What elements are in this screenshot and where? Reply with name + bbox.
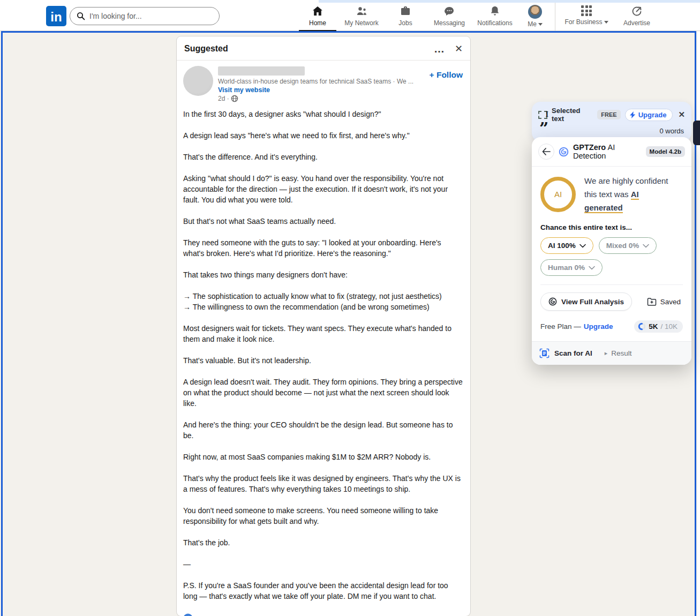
post-paragraph: — bbox=[183, 559, 464, 569]
post-dismiss-icon[interactable]: ✕ bbox=[455, 44, 463, 54]
text-selection-icon bbox=[538, 111, 547, 119]
panel-close-icon[interactable]: ✕ bbox=[678, 110, 685, 119]
folder-plus-icon bbox=[647, 298, 657, 306]
author-name-redacted[interactable] bbox=[218, 66, 305, 76]
panel-title: GPTZero AI Detection bbox=[573, 143, 641, 160]
primary-nav: Home My Network Jobs Messaging Notificat… bbox=[296, 0, 659, 31]
follow-button[interactable]: + Follow bbox=[430, 70, 463, 80]
briefcase-icon bbox=[399, 5, 412, 18]
nav-label: My Network bbox=[344, 19, 378, 27]
saved-button[interactable]: Saved bbox=[647, 298, 683, 306]
selected-text-label: Selected text bbox=[552, 107, 593, 123]
human-probability-pill[interactable]: Human 0% bbox=[540, 259, 603, 276]
chevron-down-icon bbox=[643, 244, 649, 248]
nav-item-advertise[interactable]: Advertise bbox=[614, 0, 659, 31]
result-toggle[interactable]: ▸ Result bbox=[605, 349, 632, 357]
post-paragraph: But that's not what SaaS teams actually … bbox=[183, 216, 464, 227]
nav-item-messaging[interactable]: Messaging bbox=[427, 0, 471, 31]
nav-item-home[interactable]: Home bbox=[296, 0, 340, 31]
post-paragraph: That takes two things many designers don… bbox=[183, 269, 464, 280]
chevron-down-icon bbox=[604, 21, 608, 24]
search-input[interactable] bbox=[89, 12, 197, 20]
ai-detection-result-card: GPTZero AI Detection Model 4.2b AI We ar… bbox=[532, 137, 691, 365]
post-paragraph: And here's the thing: your CEO shouldn't… bbox=[183, 419, 464, 441]
search-bar[interactable] bbox=[70, 7, 220, 25]
word-count: 0 words bbox=[659, 127, 684, 135]
nav-divider bbox=[555, 0, 555, 31]
ai-probability-pill[interactable]: AI 100% bbox=[540, 237, 593, 254]
nav-label: For Business bbox=[564, 18, 602, 26]
post-paragraph: Asking "what should I do?" is easy. You … bbox=[183, 173, 464, 205]
mixed-probability-pill[interactable]: Mixed 0% bbox=[599, 237, 657, 254]
scan-for-ai-icon bbox=[539, 348, 550, 358]
linkedin-logo[interactable]: in bbox=[46, 6, 66, 26]
globe-icon bbox=[231, 95, 238, 102]
post-paragraph: That's why the product feels like it was… bbox=[183, 473, 464, 494]
extension-side-tab[interactable] bbox=[693, 121, 700, 145]
search-icon bbox=[77, 12, 85, 20]
reaction-count[interactable]: 6 bbox=[195, 614, 199, 616]
usage-donut-icon bbox=[638, 322, 646, 330]
suggested-post-card: Suggested … ✕ World-class in-house desig… bbox=[177, 36, 470, 616]
author-avatar[interactable] bbox=[183, 66, 213, 96]
nav-item-jobs[interactable]: Jobs bbox=[383, 0, 427, 31]
lightning-icon bbox=[630, 111, 636, 118]
comment-count[interactable]: 4 comments bbox=[425, 614, 463, 616]
post-paragraph: They need someone with the guts to say: … bbox=[183, 237, 464, 259]
chevron-down-icon bbox=[538, 23, 543, 26]
author-headline: World-class in-house design teams for te… bbox=[218, 78, 413, 85]
post-text: In the first 30 days, a designer asks "w… bbox=[177, 104, 470, 602]
model-version-badge: Model 4.2b bbox=[646, 146, 685, 157]
social-counts-row: 6 4 comments bbox=[177, 612, 470, 616]
nav-item-my-network[interactable]: My Network bbox=[340, 0, 383, 31]
nav-label: Advertise bbox=[623, 19, 650, 27]
back-button[interactable] bbox=[538, 144, 554, 160]
nav-label: Home bbox=[309, 19, 326, 27]
panel-footer: Scan for AI ▸ Result bbox=[532, 341, 691, 365]
verdict-text: We are highly confident this text was AI… bbox=[584, 174, 679, 214]
result-label: Result bbox=[611, 349, 631, 357]
analysis-icon bbox=[548, 297, 557, 306]
chance-label: Chance this entire text is... bbox=[540, 223, 683, 231]
plan-label: Free Plan — bbox=[540, 322, 581, 330]
nav-item-me[interactable]: Me bbox=[518, 0, 552, 31]
card-title: Suggested bbox=[184, 44, 424, 54]
upgrade-button[interactable]: Upgrade bbox=[625, 109, 673, 121]
nav-label: Messaging bbox=[434, 19, 465, 27]
ai-score-ring: AI bbox=[540, 177, 576, 212]
nav-label: Notifications bbox=[477, 19, 512, 27]
probability-pills: AI 100% Mixed 0% Human 0% bbox=[540, 237, 669, 276]
post-paragraph: You don't need someone to make screens. … bbox=[183, 505, 464, 527]
usage-current: 5K bbox=[649, 322, 658, 330]
browser-top-strip bbox=[319, 0, 700, 3]
bell-icon bbox=[488, 5, 501, 18]
plan-upgrade-link[interactable]: Upgrade bbox=[584, 322, 613, 330]
divider bbox=[540, 284, 683, 285]
top-navigation-bar: in Home My Network Jobs bbox=[0, 0, 700, 31]
nav-item-for-business[interactable]: For Business bbox=[559, 0, 614, 31]
post-author-block: World-class in-house design teams for te… bbox=[177, 61, 470, 104]
post-paragraph: Most designers wait for tickets. They wa… bbox=[183, 323, 464, 344]
chat-bubble-icon bbox=[443, 5, 456, 18]
visit-website-link[interactable]: Visit my website bbox=[218, 86, 413, 94]
post-paragraph: That's the job. bbox=[183, 537, 464, 548]
like-reaction-icon[interactable] bbox=[183, 613, 193, 616]
caret-right-icon: ▸ bbox=[605, 350, 608, 357]
scan-for-ai-button[interactable]: Scan for AI bbox=[554, 349, 592, 357]
nav-item-notifications[interactable]: Notifications bbox=[471, 0, 518, 31]
selected-text-header-card: Selected text FREE Upgrade ✕ ” 0 words bbox=[532, 102, 691, 141]
nav-label: Me bbox=[528, 20, 537, 28]
advertise-icon bbox=[630, 5, 643, 18]
chevron-down-icon bbox=[589, 266, 595, 270]
post-age: 2d · bbox=[218, 95, 229, 102]
post-paragraph: P.S. If you're a SaaS founder and you've… bbox=[183, 580, 464, 602]
quote-icon: ” bbox=[539, 124, 548, 133]
post-paragraph: → The sophistication to actually know wh… bbox=[183, 291, 464, 312]
post-overflow-menu-icon[interactable]: … bbox=[434, 43, 445, 54]
post-paragraph: A design lead doesn't wait. They audit. … bbox=[183, 377, 464, 409]
view-full-analysis-button[interactable]: View Full Analysis bbox=[540, 292, 632, 311]
post-paragraph: That's the difference. And it's everythi… bbox=[183, 152, 464, 162]
usage-meter: 5K / 10K bbox=[634, 320, 683, 333]
post-paragraph: Right now, at most SaaS companies making… bbox=[183, 452, 464, 462]
post-paragraph: A design lead says "here's what we need … bbox=[183, 130, 464, 141]
